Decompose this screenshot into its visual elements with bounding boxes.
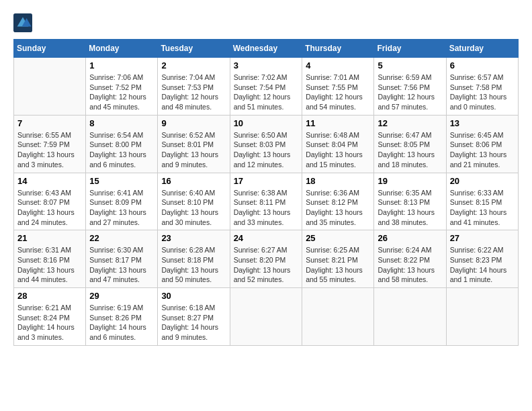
- day-number: 22: [89, 233, 154, 243]
- day-info: Sunrise: 6:19 AMSunset: 8:26 PMDaylight:…: [89, 303, 154, 342]
- day-number: 17: [234, 176, 299, 186]
- day-number: 14: [17, 176, 82, 186]
- day-number: 16: [161, 176, 226, 186]
- day-info: Sunrise: 6:25 AMSunset: 8:21 PMDaylight:…: [306, 245, 370, 285]
- day-info: Sunrise: 6:38 AMSunset: 8:11 PMDaylight:…: [234, 188, 299, 228]
- day-number: 15: [89, 176, 154, 186]
- day-number: 4: [306, 60, 370, 71]
- day-info: Sunrise: 6:33 AMSunset: 8:15 PMDaylight:…: [450, 188, 515, 228]
- day-number: 10: [234, 118, 299, 128]
- calendar-cell: 7Sunrise: 6:55 AMSunset: 7:59 PMDaylight…: [14, 115, 86, 173]
- day-info: Sunrise: 6:30 AMSunset: 8:17 PMDaylight:…: [89, 245, 154, 285]
- calendar-cell: 27Sunrise: 6:22 AMSunset: 8:23 PMDayligh…: [446, 230, 518, 288]
- day-number: 5: [378, 60, 442, 71]
- calendar-cell: 22Sunrise: 6:30 AMSunset: 8:17 PMDayligh…: [86, 230, 158, 288]
- logo-icon: [13, 13, 32, 32]
- day-number: 8: [89, 118, 154, 128]
- day-number: 30: [161, 291, 226, 301]
- day-info: Sunrise: 6:43 AMSunset: 8:07 PMDaylight:…: [17, 188, 82, 228]
- day-number: 23: [161, 233, 226, 243]
- calendar-cell: 4Sunrise: 7:01 AMSunset: 7:55 PMDaylight…: [302, 58, 374, 116]
- week-row-2: 7Sunrise: 6:55 AMSunset: 7:59 PMDaylight…: [14, 115, 519, 173]
- week-row-4: 21Sunrise: 6:31 AMSunset: 8:16 PMDayligh…: [14, 230, 519, 288]
- calendar-cell: 19Sunrise: 6:35 AMSunset: 8:13 PMDayligh…: [374, 173, 446, 230]
- calendar-cell: 23Sunrise: 6:28 AMSunset: 8:18 PMDayligh…: [158, 230, 230, 288]
- day-info: Sunrise: 6:31 AMSunset: 8:16 PMDaylight:…: [17, 245, 82, 285]
- calendar-cell: 8Sunrise: 6:54 AMSunset: 8:00 PMDaylight…: [86, 115, 158, 173]
- day-info: Sunrise: 6:52 AMSunset: 8:01 PMDaylight:…: [161, 130, 226, 170]
- day-info: Sunrise: 6:57 AMSunset: 7:58 PMDaylight:…: [450, 73, 515, 112]
- calendar-cell: 25Sunrise: 6:25 AMSunset: 8:21 PMDayligh…: [302, 230, 374, 288]
- day-info: Sunrise: 6:40 AMSunset: 8:10 PMDaylight:…: [161, 188, 226, 228]
- day-info: Sunrise: 6:45 AMSunset: 8:06 PMDaylight:…: [450, 130, 515, 170]
- calendar-cell: 30Sunrise: 6:18 AMSunset: 8:27 PMDayligh…: [158, 288, 230, 346]
- day-number: 24: [234, 233, 299, 243]
- day-number: 18: [306, 176, 370, 186]
- header-day-saturday: Saturday: [446, 40, 518, 58]
- day-info: Sunrise: 6:22 AMSunset: 8:23 PMDaylight:…: [450, 245, 515, 285]
- day-info: Sunrise: 6:47 AMSunset: 8:05 PMDaylight:…: [378, 130, 442, 170]
- day-number: 27: [450, 233, 515, 243]
- day-info: Sunrise: 6:36 AMSunset: 8:12 PMDaylight:…: [306, 188, 370, 228]
- week-row-5: 28Sunrise: 6:21 AMSunset: 8:24 PMDayligh…: [14, 288, 519, 346]
- day-info: Sunrise: 6:18 AMSunset: 8:27 PMDaylight:…: [161, 303, 226, 342]
- day-number: 19: [378, 176, 442, 186]
- calendar-cell: 9Sunrise: 6:52 AMSunset: 8:01 PMDaylight…: [158, 115, 230, 173]
- calendar-cell: 29Sunrise: 6:19 AMSunset: 8:26 PMDayligh…: [86, 288, 158, 346]
- day-number: 6: [450, 60, 515, 71]
- day-info: Sunrise: 7:01 AMSunset: 7:55 PMDaylight:…: [306, 73, 370, 112]
- calendar-cell: 13Sunrise: 6:45 AMSunset: 8:06 PMDayligh…: [446, 115, 518, 173]
- day-number: 1: [89, 60, 154, 71]
- calendar-cell: 6Sunrise: 6:57 AMSunset: 7:58 PMDaylight…: [446, 58, 518, 116]
- day-number: 11: [306, 118, 370, 128]
- calendar-cell: [14, 58, 86, 116]
- calendar-cell: 24Sunrise: 6:27 AMSunset: 8:20 PMDayligh…: [230, 230, 302, 288]
- day-number: 7: [17, 118, 82, 128]
- day-info: Sunrise: 6:48 AMSunset: 8:04 PMDaylight:…: [306, 130, 370, 170]
- header-day-wednesday: Wednesday: [230, 40, 302, 58]
- calendar-table: SundayMondayTuesdayWednesdayThursdayFrid…: [13, 39, 519, 346]
- calendar-cell: 14Sunrise: 6:43 AMSunset: 8:07 PMDayligh…: [14, 173, 86, 230]
- day-info: Sunrise: 6:21 AMSunset: 8:24 PMDaylight:…: [17, 303, 82, 342]
- calendar-cell: 17Sunrise: 6:38 AMSunset: 8:11 PMDayligh…: [230, 173, 302, 230]
- week-row-1: 1Sunrise: 7:06 AMSunset: 7:52 PMDaylight…: [14, 58, 519, 116]
- day-info: Sunrise: 6:55 AMSunset: 7:59 PMDaylight:…: [17, 130, 82, 170]
- day-info: Sunrise: 7:02 AMSunset: 7:54 PMDaylight:…: [234, 73, 299, 112]
- calendar-cell: [374, 288, 446, 346]
- day-info: Sunrise: 6:24 AMSunset: 8:22 PMDaylight:…: [378, 245, 442, 285]
- day-info: Sunrise: 6:27 AMSunset: 8:20 PMDaylight:…: [234, 245, 299, 285]
- calendar-cell: 18Sunrise: 6:36 AMSunset: 8:12 PMDayligh…: [302, 173, 374, 230]
- calendar-cell: 1Sunrise: 7:06 AMSunset: 7:52 PMDaylight…: [86, 58, 158, 116]
- day-number: 20: [450, 176, 515, 186]
- header-day-friday: Friday: [374, 40, 446, 58]
- calendar-cell: 5Sunrise: 6:59 AMSunset: 7:56 PMDaylight…: [374, 58, 446, 116]
- calendar-cell: 12Sunrise: 6:47 AMSunset: 8:05 PMDayligh…: [374, 115, 446, 173]
- calendar-cell: 11Sunrise: 6:48 AMSunset: 8:04 PMDayligh…: [302, 115, 374, 173]
- day-number: 9: [161, 118, 226, 128]
- logo: [13, 13, 35, 32]
- day-number: 13: [450, 118, 515, 128]
- calendar-cell: 2Sunrise: 7:04 AMSunset: 7:53 PMDaylight…: [158, 58, 230, 116]
- day-number: 3: [234, 60, 299, 71]
- day-info: Sunrise: 7:04 AMSunset: 7:53 PMDaylight:…: [161, 73, 226, 112]
- day-info: Sunrise: 6:59 AMSunset: 7:56 PMDaylight:…: [378, 73, 442, 112]
- calendar-cell: 21Sunrise: 6:31 AMSunset: 8:16 PMDayligh…: [14, 230, 86, 288]
- calendar-cell: [446, 288, 518, 346]
- day-number: 29: [89, 291, 154, 301]
- calendar-cell: 26Sunrise: 6:24 AMSunset: 8:22 PMDayligh…: [374, 230, 446, 288]
- calendar-cell: 15Sunrise: 6:41 AMSunset: 8:09 PMDayligh…: [86, 173, 158, 230]
- week-row-3: 14Sunrise: 6:43 AMSunset: 8:07 PMDayligh…: [14, 173, 519, 230]
- day-number: 25: [306, 233, 370, 243]
- day-info: Sunrise: 6:35 AMSunset: 8:13 PMDaylight:…: [378, 188, 442, 228]
- day-number: 26: [378, 233, 442, 243]
- day-info: Sunrise: 7:06 AMSunset: 7:52 PMDaylight:…: [89, 73, 154, 112]
- calendar-cell: 28Sunrise: 6:21 AMSunset: 8:24 PMDayligh…: [14, 288, 86, 346]
- day-number: 12: [378, 118, 442, 128]
- header: [13, 13, 519, 32]
- calendar-cell: 10Sunrise: 6:50 AMSunset: 8:03 PMDayligh…: [230, 115, 302, 173]
- calendar-cell: [302, 288, 374, 346]
- day-number: 21: [17, 233, 82, 243]
- day-info: Sunrise: 6:50 AMSunset: 8:03 PMDaylight:…: [234, 130, 299, 170]
- day-info: Sunrise: 6:28 AMSunset: 8:18 PMDaylight:…: [161, 245, 226, 285]
- calendar-cell: 3Sunrise: 7:02 AMSunset: 7:54 PMDaylight…: [230, 58, 302, 116]
